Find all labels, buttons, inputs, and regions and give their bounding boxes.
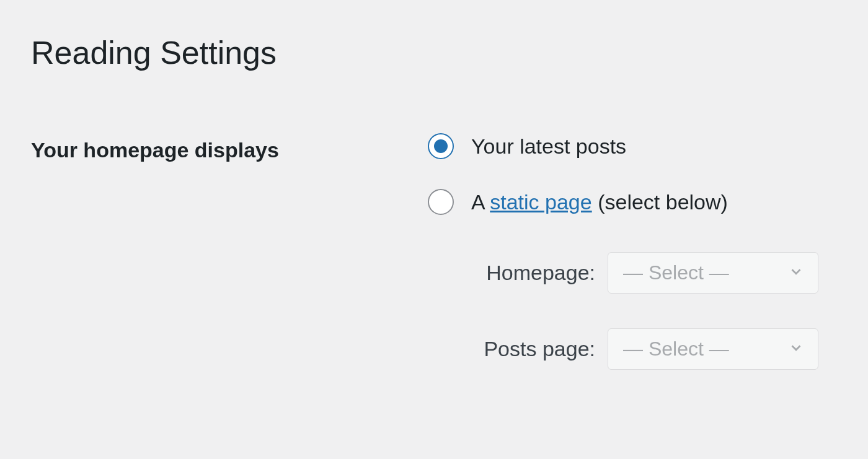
homepage-displays-label: Your homepage displays <box>31 133 428 162</box>
homepage-displays-row: Your homepage displays Your latest posts… <box>31 133 837 404</box>
radio-label-latest-posts: Your latest posts <box>471 134 626 159</box>
radio-option-latest-posts[interactable]: Your latest posts <box>428 133 837 159</box>
static-page-selects: Homepage: — Select — Posts page: — Selec… <box>428 252 837 370</box>
homepage-select-value: — Select — <box>623 261 729 284</box>
homepage-select-row: Homepage: — Select — <box>459 252 837 294</box>
static-page-prefix: A <box>471 190 490 214</box>
homepage-select[interactable]: — Select — <box>608 252 818 294</box>
posts-page-select-value: — Select — <box>623 338 729 360</box>
homepage-displays-content: Your latest posts A static page (select … <box>428 133 837 404</box>
radio-latest-posts[interactable] <box>428 133 454 159</box>
radio-static-page[interactable] <box>428 189 454 215</box>
static-page-link[interactable]: static page <box>490 190 591 214</box>
homepage-select-label: Homepage: <box>459 261 595 285</box>
static-page-suffix: (select below) <box>592 190 728 214</box>
posts-page-select-row: Posts page: — Select — <box>459 328 837 370</box>
posts-page-select[interactable]: — Select — <box>608 328 818 370</box>
radio-option-static-page[interactable]: A static page (select below) <box>428 189 837 215</box>
chevron-down-icon <box>788 338 804 361</box>
posts-page-select-label: Posts page: <box>459 337 595 361</box>
page-title: Reading Settings <box>31 34 837 71</box>
chevron-down-icon <box>788 261 804 284</box>
radio-label-static-page: A static page (select below) <box>471 190 728 214</box>
